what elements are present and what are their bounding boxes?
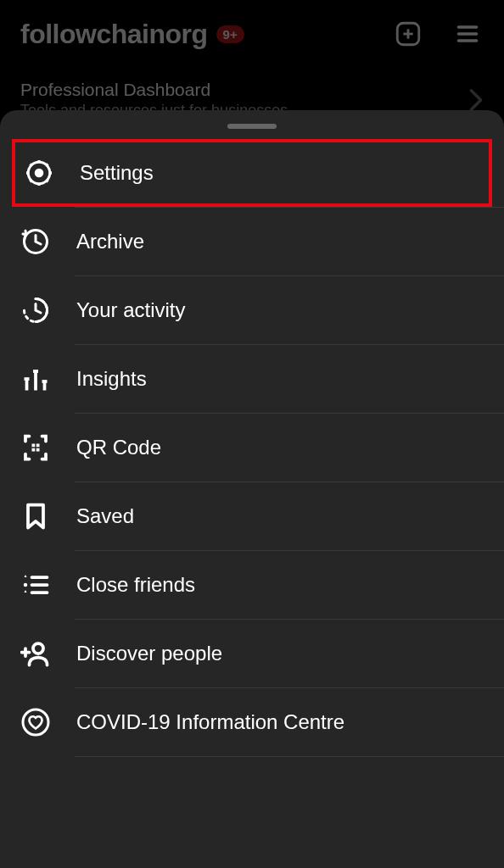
profile-username: followchainorg [20,19,208,50]
plus-square-icon [394,19,423,48]
create-button[interactable] [392,18,424,50]
bottom-sheet: Settings Archive Yo [0,110,504,868]
menu-label: Close friends [76,573,195,597]
menu-item-insights[interactable]: Insights [0,345,504,413]
insights-icon [20,364,51,394]
svg-point-22 [24,583,28,587]
menu-item-archive[interactable]: Archive [0,208,504,275]
menu-item-your-activity[interactable]: Your activity [0,276,504,344]
archive-icon [20,226,51,257]
svg-rect-16 [36,444,40,448]
svg-point-7 [35,169,44,178]
menu-list: Archive Your activity [0,207,504,757]
notification-badge: 9+ [216,25,244,43]
menu-item-covid-info[interactable]: COVID-19 Information Centre [0,688,504,756]
menu-item-saved[interactable]: Saved [0,482,504,550]
chevron-right-icon [468,88,484,112]
close-friends-icon [20,570,51,600]
sheet-handle[interactable] [227,124,277,129]
menu-item-discover-people[interactable]: Discover people [0,620,504,687]
svg-point-23 [33,643,43,654]
dashboard-title: Professional Dashboard [20,80,292,100]
menu-label: Saved [76,504,134,528]
menu-label: QR Code [76,436,161,459]
menu-label: Insights [76,367,147,391]
svg-rect-15 [32,444,36,448]
qr-code-icon [20,432,51,463]
highlight-annotation: Settings [12,139,492,207]
gear-icon [24,158,54,188]
svg-point-26 [23,709,48,735]
hamburger-icon [454,20,481,47]
menu-item-settings[interactable]: Settings [15,142,489,203]
discover-people-icon [20,638,51,669]
menu-item-qr-code[interactable]: QR Code [0,414,504,481]
bookmark-icon [20,501,51,531]
svg-rect-17 [32,448,36,452]
heart-circle-icon [20,707,51,737]
menu-label: Your activity [76,298,186,322]
menu-label: Settings [80,161,154,185]
menu-label: Archive [76,230,144,253]
top-actions [392,18,484,50]
menu-label: COVID-19 Information Centre [76,710,344,734]
profile-top-bar: followchainorg 9+ [0,0,504,68]
menu-button[interactable] [451,18,484,50]
menu-item-close-friends[interactable]: Close friends [0,551,504,619]
svg-rect-18 [36,448,40,452]
username-container[interactable]: followchainorg 9+ [20,19,244,50]
activity-icon [20,295,51,326]
menu-label: Discover people [76,642,222,665]
